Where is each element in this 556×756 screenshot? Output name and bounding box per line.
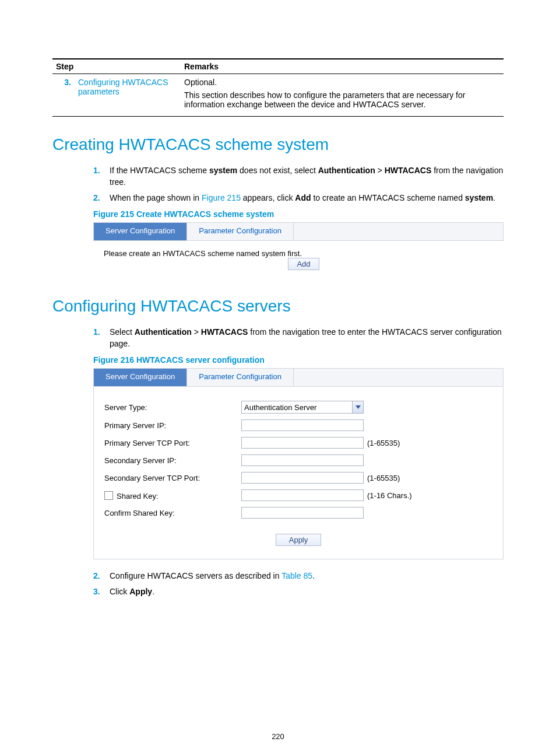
- list-item: 1. If the HWTACACS scheme system does no…: [93, 164, 504, 188]
- list-num: 3.: [93, 586, 100, 597]
- label-confirm-key: Confirm Shared Key:: [104, 509, 241, 517]
- list-item: 1. Select Authentication > HWTACACS from…: [93, 326, 504, 350]
- apply-button[interactable]: Apply: [276, 534, 322, 546]
- input-shared-key[interactable]: [241, 489, 364, 501]
- heading-configuring-servers: Configuring HWTACACS servers: [52, 297, 504, 316]
- table-row: 3. Configuring HWTACACS parameters Optio…: [52, 74, 504, 117]
- label-secondary-port: Secondary Server TCP Port:: [104, 474, 241, 482]
- step-table: Step Remarks 3. Configuring HWTACACS par…: [52, 58, 504, 117]
- row-server-type: Server Type: Authentication Server: [104, 401, 492, 414]
- step-link[interactable]: Configuring HWTACACS parameters: [78, 78, 168, 96]
- row-shared-key: Shared Key: (1-16 Chars.): [104, 489, 492, 501]
- figure-215-caption: Figure 215 Create HWTACACS scheme system: [93, 209, 504, 219]
- figure-216-caption: Figure 216 HWTACACS server configuration: [93, 355, 504, 365]
- list-item: 2. When the page shown in Figure 215 app…: [93, 192, 504, 204]
- remark-desc: This section describes how to configure …: [184, 90, 500, 109]
- hint-secondary-port: (1-65535): [367, 474, 400, 482]
- input-confirm-key[interactable]: [241, 507, 364, 519]
- row-primary-ip: Primary Server IP:: [104, 419, 492, 431]
- heading-creating-scheme: Creating HWTACACS scheme system: [52, 135, 504, 154]
- tab-server-configuration[interactable]: Server Configuration: [94, 223, 187, 240]
- page-number: 220: [0, 732, 556, 741]
- list-num: 2.: [93, 192, 100, 204]
- remark-optional: Optional.: [184, 78, 500, 87]
- label-shared-key: Shared Key:: [104, 490, 241, 501]
- figure-215-link[interactable]: Figure 215: [202, 193, 241, 202]
- tab-bar: Server Configuration Parameter Configura…: [93, 368, 504, 387]
- label-primary-ip: Primary Server IP:: [104, 421, 241, 430]
- tab-parameter-configuration[interactable]: Parameter Configuration: [187, 223, 294, 240]
- chevron-down-icon: [352, 401, 363, 413]
- tab-server-configuration[interactable]: Server Configuration: [94, 369, 187, 386]
- select-value: Authentication Server: [244, 403, 316, 412]
- add-button[interactable]: Add: [288, 258, 319, 270]
- label-primary-port: Primary Server TCP Port:: [104, 439, 241, 447]
- checkbox-shared-key[interactable]: [104, 491, 113, 500]
- create-scheme-message: Please create an HWTACACS scheme named s…: [104, 249, 504, 258]
- list-num: 2.: [93, 570, 100, 582]
- list-num: 1.: [93, 326, 100, 338]
- remarks-cell: Optional. This section describes how to …: [181, 74, 504, 117]
- hint-primary-port: (1-65535): [367, 439, 400, 447]
- label-secondary-ip: Secondary Server IP:: [104, 456, 241, 465]
- tab-bar: Server Configuration Parameter Configura…: [93, 222, 504, 241]
- row-confirm-key: Confirm Shared Key:: [104, 507, 492, 519]
- hint-shared-key: (1-16 Chars.): [367, 491, 412, 500]
- input-secondary-port[interactable]: [241, 472, 364, 484]
- figure-215-panel: Server Configuration Parameter Configura…: [93, 222, 504, 278]
- row-secondary-port: Secondary Server TCP Port: (1-65535): [104, 472, 492, 484]
- label-server-type: Server Type:: [104, 403, 241, 412]
- row-primary-port: Primary Server TCP Port: (1-65535): [104, 437, 492, 449]
- figure-216-panel: Server Configuration Parameter Configura…: [93, 368, 504, 559]
- input-primary-ip[interactable]: [241, 419, 364, 431]
- list-item: 3. Click Apply.: [93, 586, 504, 597]
- row-secondary-ip: Secondary Server IP:: [104, 454, 492, 466]
- list-num: 1.: [93, 164, 100, 176]
- tab-parameter-configuration[interactable]: Parameter Configuration: [187, 369, 294, 386]
- step-number: 3.: [52, 74, 75, 117]
- th-step: Step: [52, 59, 181, 74]
- step-link-cell: Configuring HWTACACS parameters: [75, 74, 181, 117]
- th-remarks: Remarks: [181, 59, 504, 74]
- select-server-type[interactable]: Authentication Server: [241, 401, 364, 414]
- input-secondary-ip[interactable]: [241, 454, 364, 466]
- list-item: 2. Configure HWTACACS servers as describ…: [93, 570, 504, 582]
- input-primary-port[interactable]: [241, 437, 364, 449]
- table-85-link[interactable]: Table 85: [281, 571, 312, 580]
